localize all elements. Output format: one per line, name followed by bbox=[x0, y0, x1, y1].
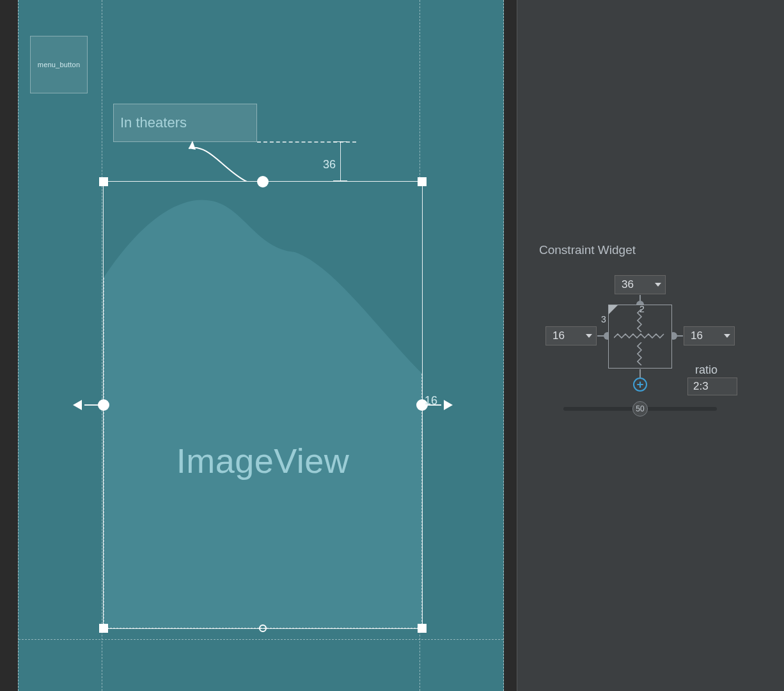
height-mode-indicator-bottom[interactable] bbox=[637, 342, 646, 365]
horizontal-bias-thumb[interactable]: 50 bbox=[632, 401, 648, 417]
ratio-value: 2:3 bbox=[693, 380, 709, 393]
constraint-arrowhead-right bbox=[444, 400, 453, 410]
menu-button-view[interactable]: menu_button bbox=[30, 36, 88, 93]
resize-handle-tl[interactable] bbox=[99, 177, 108, 186]
top-margin-dd-value: 36 bbox=[622, 278, 634, 291]
top-margin-dropdown[interactable]: 36 bbox=[615, 275, 666, 294]
ratio-label: ratio bbox=[695, 363, 717, 377]
guideline-bottom bbox=[19, 639, 503, 640]
image-placeholder-graphic bbox=[104, 182, 422, 374]
constraint-line-left bbox=[84, 404, 100, 406]
constraint-widget-title: Constraint Widget bbox=[539, 243, 636, 257]
imageview-selected[interactable]: ImageView bbox=[103, 181, 423, 629]
left-margin-dropdown[interactable]: 16 bbox=[545, 326, 597, 346]
constraint-widget[interactable]: 36 16 16 2 3 bbox=[530, 269, 772, 429]
right-margin-value: 16 bbox=[425, 394, 437, 408]
top-margin-dimension: 36 bbox=[333, 141, 349, 181]
plus-icon: + bbox=[636, 377, 643, 392]
height-mode-indicator-top[interactable] bbox=[637, 309, 646, 332]
constraint-anchor-top[interactable] bbox=[257, 176, 269, 187]
constraint-core[interactable]: 2 3 bbox=[608, 305, 672, 369]
chevron-down-icon bbox=[655, 283, 661, 287]
resize-handle-bl[interactable] bbox=[99, 624, 108, 633]
add-bottom-constraint-button[interactable]: + bbox=[633, 377, 647, 392]
in-theaters-textview[interactable]: In theaters bbox=[113, 104, 257, 142]
resize-handle-tr[interactable] bbox=[418, 177, 427, 186]
width-mode-indicator[interactable] bbox=[614, 333, 668, 342]
top-margin-value: 36 bbox=[323, 158, 336, 171]
layout-blueprint-canvas[interactable]: menu_button In theaters 36 ImageView bbox=[18, 0, 504, 691]
chevron-down-icon bbox=[724, 334, 730, 338]
imageview-label: ImageView bbox=[104, 441, 422, 481]
menu-button-label: menu_button bbox=[38, 61, 80, 68]
ratio-h-number: 3 bbox=[601, 314, 606, 324]
guideline-left bbox=[102, 0, 102, 691]
ratio-input[interactable]: 2:3 bbox=[687, 377, 737, 395]
attributes-panel: Constraint Widget 36 16 16 2 3 bbox=[517, 0, 784, 691]
right-margin-dropdown[interactable]: 16 bbox=[684, 326, 735, 346]
right-margin-dd-value: 16 bbox=[691, 330, 703, 342]
ratio-toggle-corner[interactable] bbox=[609, 305, 618, 314]
constraint-arrowhead-left bbox=[73, 400, 82, 410]
chevron-down-icon bbox=[586, 334, 592, 338]
resize-handle-br[interactable] bbox=[418, 624, 427, 633]
horizontal-bias-value: 50 bbox=[636, 404, 644, 413]
left-margin-dd-value: 16 bbox=[553, 330, 565, 342]
constraint-anchor-bottom[interactable] bbox=[259, 624, 267, 632]
in-theaters-label: In theaters bbox=[120, 115, 187, 131]
